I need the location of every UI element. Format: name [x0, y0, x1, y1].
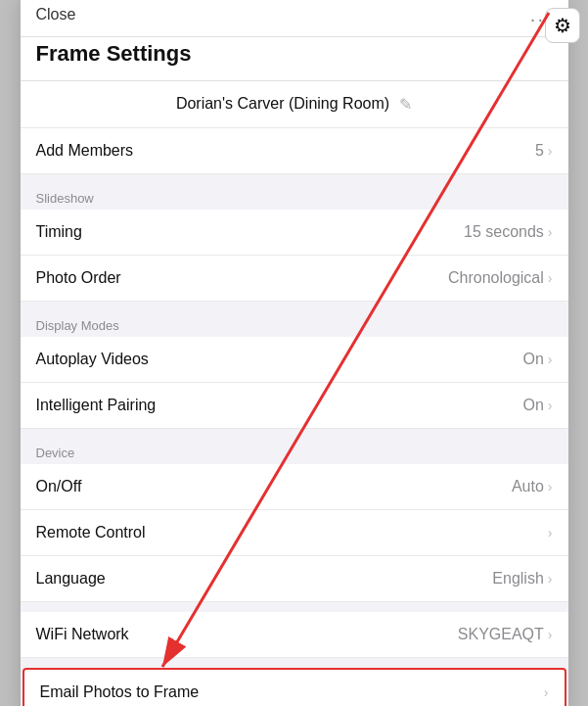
photo-order-label: Photo Order	[36, 269, 121, 287]
frame-name-text: Dorian's Carver (Dining Room)	[176, 95, 389, 113]
wifi-network-value: SKYGEAQT ›	[458, 626, 553, 643]
on-off-value: Auto ›	[512, 478, 553, 495]
email-photos-row[interactable]: Email Photos to Frame ›	[23, 668, 566, 707]
add-members-label: Add Members	[36, 142, 134, 160]
remote-control-row[interactable]: Remote Control ›	[21, 510, 568, 556]
display-modes-section-header: Display Modes	[21, 302, 568, 337]
chevron-icon: ›	[548, 352, 553, 367]
close-button[interactable]: Close	[36, 6, 76, 24]
wifi-divider	[21, 602, 568, 612]
chevron-icon: ›	[548, 398, 553, 413]
panel-header: Close ...	[21, 0, 568, 37]
chevron-icon: ›	[548, 627, 553, 642]
intelligent-pairing-label: Intelligent Pairing	[36, 397, 157, 414]
email-divider	[21, 658, 568, 668]
email-photos-label: Email Photos to Frame	[40, 683, 200, 701]
frame-settings-panel: Close ... Frame Settings Dorian's Carver…	[21, 0, 568, 706]
wifi-network-label: WiFi Network	[36, 626, 129, 643]
add-members-value: 5 ›	[535, 142, 553, 160]
photo-order-value: Chronological ›	[448, 269, 553, 287]
intelligent-pairing-value: On ›	[522, 397, 552, 414]
slideshow-section-label: Slideshow	[36, 191, 94, 206]
timing-row[interactable]: Timing 15 seconds ›	[21, 210, 568, 256]
chevron-icon: ›	[548, 224, 553, 240]
email-photos-value: ›	[544, 684, 549, 700]
chevron-icon: ›	[548, 525, 553, 541]
remote-control-value: ›	[548, 525, 553, 541]
autoplay-videos-label: Autoplay Videos	[36, 351, 149, 368]
gear-button[interactable]: ⚙	[545, 8, 580, 43]
add-members-row[interactable]: Add Members 5 ›	[21, 128, 568, 174]
chevron-icon: ›	[544, 684, 549, 700]
frame-name-row[interactable]: Dorian's Carver (Dining Room) ✎	[21, 81, 568, 128]
language-value: English ›	[492, 570, 552, 588]
on-off-row[interactable]: On/Off Auto ›	[21, 464, 568, 510]
on-off-label: On/Off	[36, 478, 82, 495]
timing-value: 15 seconds ›	[464, 223, 553, 241]
wifi-network-row[interactable]: WiFi Network SKYGEAQT ›	[21, 612, 568, 658]
gear-icon: ⚙	[554, 14, 571, 37]
chevron-icon: ›	[548, 479, 553, 494]
chevron-icon: ›	[548, 571, 553, 587]
autoplay-videos-value: On ›	[522, 351, 552, 368]
slideshow-section-header: Slideshow	[21, 174, 568, 210]
edit-icon: ✎	[399, 95, 412, 114]
autoplay-videos-row[interactable]: Autoplay Videos On ›	[21, 337, 568, 383]
device-section-header: Device	[21, 429, 568, 464]
chevron-icon: ›	[548, 143, 553, 159]
photo-order-row[interactable]: Photo Order Chronological ›	[21, 256, 568, 302]
timing-label: Timing	[36, 223, 82, 241]
chevron-icon: ›	[548, 270, 553, 286]
language-label: Language	[36, 570, 106, 588]
device-section-label: Device	[36, 446, 75, 460]
page-title: Frame Settings	[21, 37, 568, 81]
language-row[interactable]: Language English ›	[21, 556, 568, 602]
display-modes-section-label: Display Modes	[36, 318, 119, 333]
remote-control-label: Remote Control	[36, 524, 146, 541]
intelligent-pairing-row[interactable]: Intelligent Pairing On ›	[21, 383, 568, 429]
